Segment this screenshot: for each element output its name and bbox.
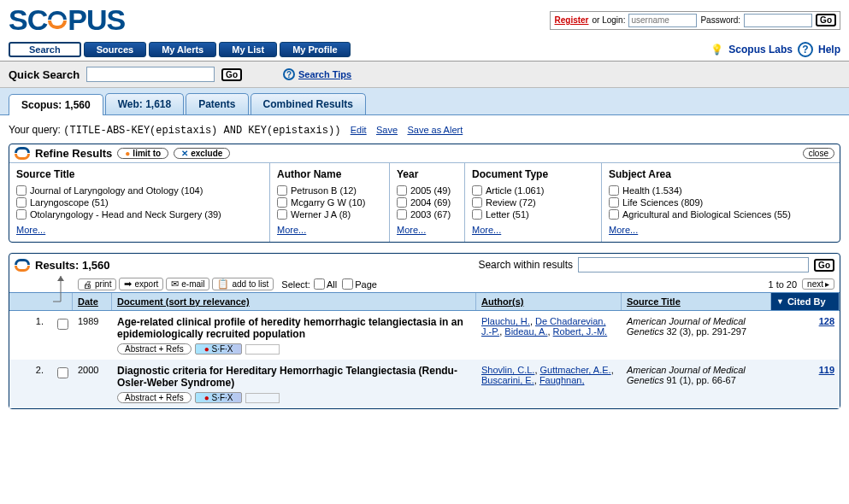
query-edit-link[interactable]: Edit <box>351 125 367 135</box>
query-save-link[interactable]: Save <box>376 125 398 135</box>
nav-list-button[interactable]: My List <box>219 42 277 57</box>
facet-item: Life Sciences (809) <box>609 197 833 208</box>
facet-more-link[interactable]: More... <box>609 225 638 235</box>
select-page-checkbox[interactable] <box>342 278 353 290</box>
row-checkbox[interactable] <box>57 367 68 378</box>
scopus-labs-link[interactable]: Scopus Labs <box>728 44 793 56</box>
author-link[interactable]: Shovlin, C.L. <box>481 365 534 375</box>
header-document[interactable]: Document (sort by relevance) <box>112 293 476 310</box>
query-label: Your query: <box>9 124 61 136</box>
cited-by-link[interactable]: 128 <box>819 316 834 326</box>
facet-checkbox[interactable] <box>472 197 482 208</box>
tab-web[interactable]: Web: 1,618 <box>105 93 184 114</box>
row-checkbox[interactable] <box>57 319 68 330</box>
facet-item: Review (72) <box>472 197 594 208</box>
search-within-input[interactable] <box>578 257 809 273</box>
refine-logo-icon <box>15 147 30 160</box>
limit-to-button[interactable]: ●limit to <box>117 148 168 159</box>
tab-patents[interactable]: Patents <box>186 93 248 114</box>
author-link[interactable]: Faughnan, <box>539 375 585 385</box>
facet-label: 2005 (49) <box>410 185 451 196</box>
header-authors[interactable]: Author(s) <box>476 293 622 310</box>
query-save-alert-link[interactable]: Save as Alert <box>407 125 463 135</box>
search-within-go-button[interactable]: Go <box>814 259 834 272</box>
tab-scopus[interactable]: Scopus: 1,560 <box>9 94 103 115</box>
login-go-button[interactable]: Go <box>816 14 836 26</box>
facet-label: Agricultural and Biological Sciences (55… <box>622 209 791 220</box>
nav-search-button[interactable]: Search <box>9 42 81 57</box>
nav-sources-button[interactable]: Sources <box>84 42 146 57</box>
facet-checkbox[interactable] <box>16 197 27 208</box>
header-cited-by[interactable]: Cited By <box>771 293 840 310</box>
table-row: 1.1989Age-related clinical profile of he… <box>9 311 840 360</box>
register-link[interactable]: Register <box>554 15 588 25</box>
facet-item: 2004 (69) <box>397 197 457 208</box>
facet-col-2: Year2005 (49)2004 (69)2003 (67)More... <box>390 163 465 242</box>
facet-more-link[interactable]: More... <box>277 225 306 235</box>
facet-heading: Year <box>397 168 457 180</box>
login-label: or Login: <box>593 15 626 25</box>
quick-search-input[interactable] <box>86 67 215 82</box>
row-date: 1989 <box>73 316 112 355</box>
username-input[interactable] <box>628 14 697 27</box>
author-link[interactable]: Robert, J.-M. <box>553 326 608 337</box>
refine-close-button[interactable]: close <box>803 148 834 159</box>
facet-checkbox[interactable] <box>609 209 619 220</box>
select-all-checkbox[interactable] <box>314 278 325 290</box>
select-arrow-icon <box>51 274 70 308</box>
facet-item: 2003 (67) <box>397 209 457 220</box>
author-link[interactable]: Plauchu, H. <box>481 316 530 326</box>
facet-checkbox[interactable] <box>277 185 287 196</box>
quick-search-go-button[interactable]: Go <box>221 68 242 81</box>
help-link[interactable]: Help <box>818 44 840 56</box>
facet-more-link[interactable]: More... <box>397 225 426 235</box>
refine-title: Refine Results <box>35 147 112 160</box>
author-link[interactable]: Guttmacher, A.E. <box>540 365 611 375</box>
author-link[interactable]: Bideau, A. <box>504 326 547 337</box>
placeholder-box <box>245 344 280 355</box>
select-all-label: All <box>327 279 337 290</box>
facet-checkbox[interactable] <box>277 209 287 220</box>
facet-item: Mcgarry G W (10) <box>277 197 382 208</box>
header-source[interactable]: Source Title <box>622 293 771 310</box>
facet-checkbox[interactable] <box>16 185 27 196</box>
search-within-label: Search within results <box>478 259 573 271</box>
facet-checkbox[interactable] <box>397 197 407 208</box>
facet-checkbox[interactable] <box>472 209 482 220</box>
facet-label: 2003 (67) <box>410 209 451 220</box>
abstract-refs-button[interactable]: Abstract + Refs <box>117 392 192 403</box>
query-text: (TITLE-ABS-KEY(epistaxis) AND KEY(epista… <box>63 125 340 137</box>
sfx-button[interactable]: ● S·F·X <box>195 392 243 403</box>
nav-alerts-button[interactable]: My Alerts <box>149 42 216 57</box>
facet-checkbox[interactable] <box>397 209 407 220</box>
cited-by-link[interactable]: 119 <box>819 365 834 375</box>
next-button[interactable]: next▸ <box>802 278 834 290</box>
search-tips-link[interactable]: Search Tips <box>298 69 351 79</box>
facet-checkbox[interactable] <box>609 197 619 208</box>
export-button[interactable]: ➡export <box>119 278 163 290</box>
print-icon: 🖨 <box>83 279 92 290</box>
facet-checkbox[interactable] <box>16 209 27 220</box>
facet-more-link[interactable]: More... <box>472 225 501 235</box>
facet-more-link[interactable]: More... <box>16 225 45 235</box>
print-button[interactable]: 🖨print <box>78 278 116 290</box>
password-input[interactable] <box>744 14 812 27</box>
results-range: 1 to 20 <box>768 279 797 290</box>
facet-checkbox[interactable] <box>397 185 407 196</box>
abstract-refs-button[interactable]: Abstract + Refs <box>117 343 192 355</box>
facet-checkbox[interactable] <box>609 185 619 196</box>
email-button[interactable]: ✉e-mail <box>166 278 209 290</box>
sfx-button[interactable]: ● S·F·X <box>195 343 243 355</box>
facet-checkbox[interactable] <box>277 197 287 208</box>
row-document: Diagnostic criteria for Hereditary Hemor… <box>112 365 476 403</box>
facet-col-4: Subject AreaHealth (1.534)Life Sciences … <box>602 163 840 242</box>
author-link[interactable]: Buscarini, E. <box>481 375 534 385</box>
add-to-list-button[interactable]: 📋add to list <box>212 278 274 290</box>
facet-label: Letter (51) <box>486 209 529 220</box>
facet-checkbox[interactable] <box>472 185 482 196</box>
tab-combined[interactable]: Combined Results <box>251 93 366 114</box>
nav-profile-button[interactable]: My Profile <box>280 42 351 57</box>
exclude-button[interactable]: ✕exclude <box>174 148 230 159</box>
row-authors: Plauchu, H., De Chadarevian, J.-P., Bide… <box>476 316 622 355</box>
header-date[interactable]: Date <box>73 293 112 310</box>
